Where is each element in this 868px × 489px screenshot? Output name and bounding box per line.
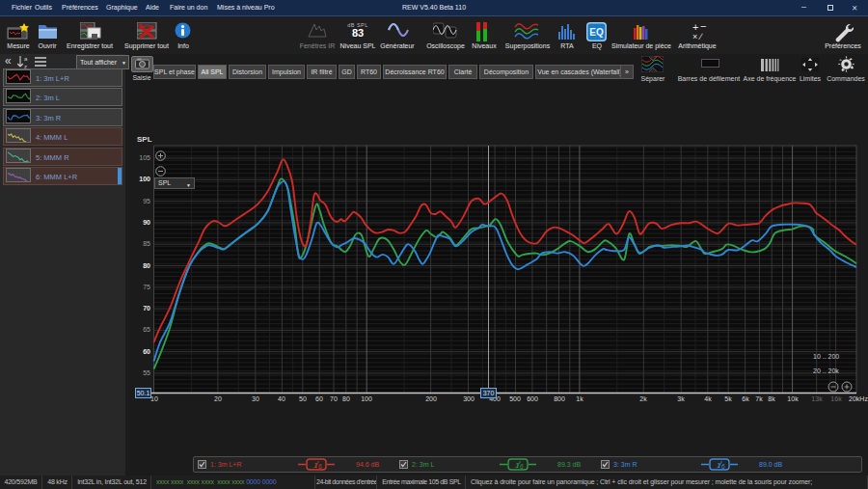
svg-text:6: 6 (318, 463, 322, 470)
svg-text:6: 6 (721, 463, 725, 470)
svg-text:6: 6 (520, 463, 524, 470)
